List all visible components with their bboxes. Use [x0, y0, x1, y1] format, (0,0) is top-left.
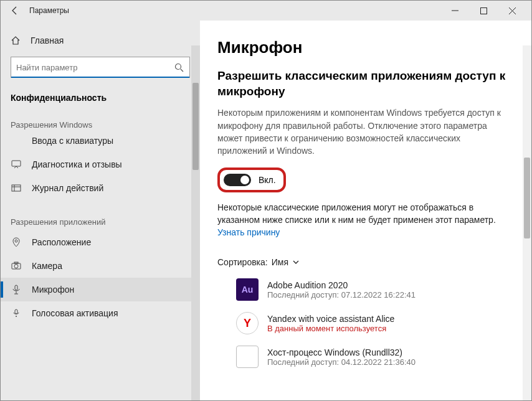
sidebar-item-diagnostics[interactable]: Диагностика и отзывы — [1, 153, 200, 176]
section-heading: Разрешить классическим приложениям досту… — [217, 68, 514, 99]
sidebar-item-activity-history[interactable]: Журнал действий — [1, 176, 200, 200]
app-icon-audition: Au — [236, 278, 259, 301]
minimize-button[interactable] — [440, 1, 469, 21]
app-name: Yandex with voice assistant Alice — [267, 314, 394, 324]
svg-point-16 — [16, 316, 17, 317]
svg-rect-7 — [12, 185, 21, 191]
main-panel: Микрофон Разрешить классическим приложен… — [200, 21, 531, 401]
svg-line-5 — [181, 69, 183, 72]
sidebar-item-label: Микрофон — [32, 285, 74, 295]
sidebar: Главная Конфиденциальность Разрешения Wi… — [1, 21, 200, 401]
app-row-yandex: Y Yandex with voice assistant Alice В да… — [236, 312, 514, 334]
app-last-access: Последний доступ: 04.12.2022 21:36:40 — [267, 357, 416, 367]
svg-point-10 — [15, 240, 17, 242]
location-icon — [11, 237, 22, 247]
sidebar-item-label: Расположение — [32, 237, 91, 247]
learn-why-link[interactable]: Узнать причину — [217, 227, 280, 237]
sidebar-item-keyboard-input[interactable]: Ввода с клавиатуры — [1, 133, 200, 153]
app-icon-yandex: Y — [236, 312, 259, 334]
page-title: Микрофон — [217, 38, 514, 57]
sidebar-item-microphone[interactable]: Микрофон — [1, 278, 200, 301]
sidebar-item-label: Камера — [32, 261, 62, 271]
svg-rect-15 — [15, 309, 17, 314]
sidebar-item-label: Диагностика и отзывы — [32, 159, 122, 169]
svg-rect-1 — [480, 7, 487, 14]
app-name: Хост-процесс Windows (Rundll32) — [267, 347, 416, 357]
sidebar-section-apps: Разрешения приложений — [1, 211, 200, 230]
sidebar-home-label: Главная — [31, 35, 64, 45]
app-last-access: Последний доступ: 07.12.2022 16:22:41 — [267, 290, 416, 300]
sort-label: Сортировка: — [217, 257, 268, 267]
svg-point-12 — [14, 265, 18, 268]
svg-rect-14 — [15, 285, 17, 290]
svg-rect-6 — [12, 161, 21, 166]
search-icon — [168, 63, 189, 72]
close-button[interactable] — [498, 1, 526, 21]
window-title: Параметры — [29, 6, 69, 15]
sidebar-header: Конфиденциальность — [1, 89, 200, 114]
app-name: Adobe Audition 2020 — [267, 280, 416, 290]
sidebar-section-windows: Разрешения Windows — [1, 114, 200, 133]
sidebar-scrollbar[interactable] — [191, 45, 200, 401]
sidebar-item-label: Голосовая активация — [32, 308, 118, 318]
app-row-rundll: Хост-процесс Windows (Rundll32) Последни… — [236, 346, 514, 368]
classic-apps-toggle[interactable] — [224, 174, 251, 186]
maximize-button[interactable] — [469, 1, 498, 21]
sidebar-item-label: Журнал действий — [32, 183, 103, 193]
feedback-icon — [11, 159, 22, 169]
camera-icon — [11, 261, 22, 271]
scrollbar-thumb[interactable] — [192, 83, 199, 170]
history-icon — [11, 183, 22, 193]
voice-icon — [11, 308, 22, 318]
titlebar: Параметры — [1, 1, 531, 21]
svg-point-4 — [175, 64, 181, 69]
toggle-highlight: Вкл. — [217, 167, 286, 192]
back-button[interactable] — [6, 1, 24, 20]
sidebar-item-voice-activation[interactable]: Голосовая активация — [1, 301, 200, 325]
sidebar-item-label: Ввода с клавиатуры — [32, 136, 113, 146]
microphone-icon — [11, 285, 22, 295]
svg-rect-13 — [14, 262, 18, 263]
section-description: Некоторым приложениям и компонентам Wind… — [217, 106, 504, 157]
sidebar-home[interactable]: Главная — [1, 31, 200, 50]
app-icon-generic — [236, 346, 259, 368]
home-icon — [11, 35, 22, 45]
search-input[interactable] — [11, 63, 168, 72]
section-note: Некоторые классические приложения могут … — [217, 201, 504, 239]
toggle-state-label: Вкл. — [259, 175, 276, 185]
app-row-audition: Au Adobe Audition 2020 Последний доступ:… — [236, 278, 514, 301]
sidebar-item-location[interactable]: Расположение — [1, 230, 200, 254]
sort-value: Имя — [272, 257, 288, 267]
app-in-use: В данный момент используется — [267, 324, 394, 333]
scrollbar-thumb[interactable] — [524, 158, 530, 238]
sort-row[interactable]: Сортировка: Имя — [217, 257, 514, 267]
sidebar-item-camera[interactable]: Камера — [1, 254, 200, 278]
main-scrollbar[interactable] — [523, 45, 531, 401]
chevron-down-icon — [292, 258, 300, 266]
search-box[interactable] — [11, 57, 190, 78]
